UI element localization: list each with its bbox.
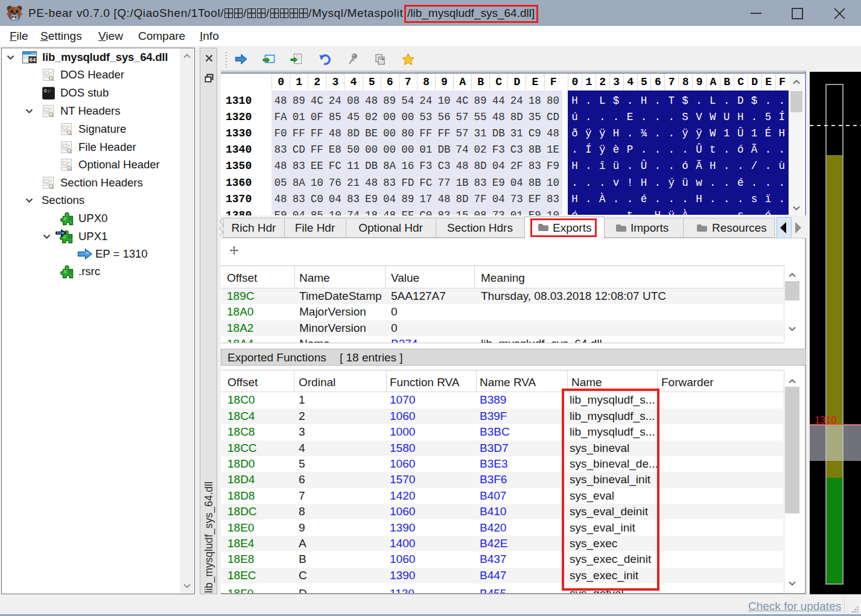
svg-text:PE: PE bbox=[11, 14, 17, 20]
svg-text:64: 64 bbox=[30, 57, 36, 63]
svg-text:C:: C: bbox=[44, 88, 50, 94]
